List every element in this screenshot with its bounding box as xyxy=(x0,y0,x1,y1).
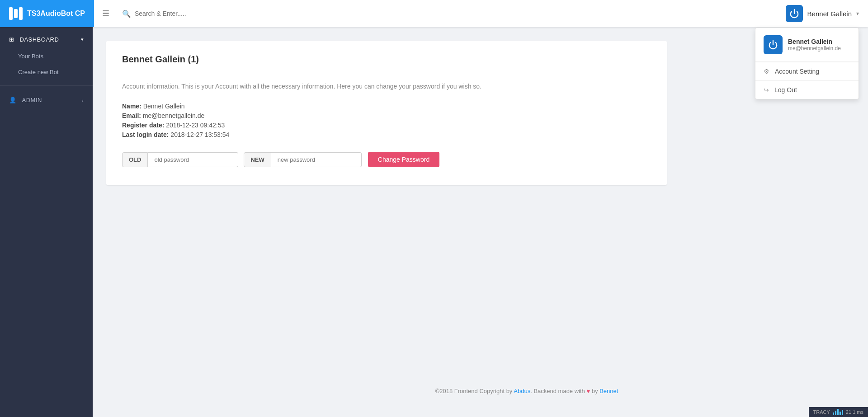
tracy-bar: TRACY 21.1 ms xyxy=(809,407,868,417)
name-value: Bennet Gallein xyxy=(143,103,185,110)
register-date-value: 2018-12-23 09:42:53 xyxy=(166,122,225,129)
navbar-left: TS3AudioBot CP ☰ 🔍 xyxy=(9,0,234,27)
card-description: Account information. This is your Accoun… xyxy=(122,81,651,91)
dropdown-user-text: Bennet Gallein me@bennetgallein.de xyxy=(788,38,841,52)
search-input[interactable] xyxy=(135,10,234,17)
page-title: Bennet Gallein (1) xyxy=(122,54,651,73)
gear-icon: ⚙ xyxy=(764,68,769,75)
navbar-username: Bennet Gallein xyxy=(807,10,852,18)
navbar: TS3AudioBot CP ☰ 🔍 Bennet Gallein ▾ xyxy=(0,0,868,27)
logout-label: Log Out xyxy=(774,86,797,94)
footer-text-before: ©2018 Frontend Copyright by xyxy=(435,388,514,394)
dropdown-avatar xyxy=(764,35,783,54)
sidebar-dashboard-section: ⊞ DASHBOARD ▾ Your Bots Create new Bot xyxy=(0,27,93,84)
your-bots-label: Your Bots xyxy=(18,53,43,60)
logout-item[interactable]: ↪ Log Out xyxy=(755,80,859,99)
footer-bennet-link[interactable]: Bennet xyxy=(599,388,618,394)
brand-icon xyxy=(9,7,23,20)
tracy-time: 21.1 ms xyxy=(846,409,863,415)
footer-abdus-link[interactable]: Abdus xyxy=(514,388,530,394)
dropdown-username: Bennet Gallein xyxy=(788,38,841,45)
register-date-label: Register date: xyxy=(122,122,164,129)
name-row: Name: Bennet Gallein xyxy=(122,103,651,110)
tracy-label: TRACY xyxy=(813,409,830,415)
user-menu-button[interactable]: Bennet Gallein ▾ xyxy=(786,5,859,22)
last-login-label: Last login date: xyxy=(122,131,169,138)
brand-logo: TS3AudioBot CP xyxy=(0,0,94,27)
old-password-input[interactable] xyxy=(148,152,238,167)
footer-text-after: by xyxy=(590,388,599,394)
dashboard-icon: ⊞ xyxy=(9,36,14,43)
main-content: Bennet Gallein (1) Account information. … xyxy=(93,27,868,417)
old-password-group: OLD xyxy=(122,152,238,167)
footer: ©2018 Frontend Copyright by Abdus. Backe… xyxy=(199,379,854,403)
account-card: Bennet Gallein (1) Account information. … xyxy=(106,41,667,185)
logout-icon: ↪ xyxy=(764,86,769,94)
sidebar-item-create-bot[interactable]: Create new Bot xyxy=(0,64,93,80)
sidebar-item-admin[interactable]: 👤 ADMIN › xyxy=(0,91,93,109)
sidebar-item-your-bots[interactable]: Your Bots xyxy=(0,48,93,64)
admin-label: ADMIN xyxy=(22,97,42,103)
new-password-input[interactable] xyxy=(271,152,362,167)
last-login-value: 2018-12-27 13:53:54 xyxy=(170,131,229,138)
hamburger-button[interactable]: ☰ xyxy=(99,5,113,22)
dashboard-label: DASHBOARD xyxy=(20,36,59,43)
email-value: me@bennetgallein.de xyxy=(143,112,204,119)
sidebar-divider xyxy=(0,85,93,86)
navbar-right: Bennet Gallein ▾ Bennet Gallein me@benne… xyxy=(786,5,859,22)
footer-text-middle: . Backend made with xyxy=(530,388,586,394)
new-password-group: NEW xyxy=(244,152,361,167)
search-icon: 🔍 xyxy=(122,9,131,18)
search-area: 🔍 xyxy=(122,9,234,18)
email-row: Email: me@bennetgallein.de xyxy=(122,112,651,119)
dropdown-user-info: Bennet Gallein me@bennetgallein.de xyxy=(755,28,859,62)
admin-icon: 👤 xyxy=(9,97,17,103)
create-bot-label: Create new Bot xyxy=(18,69,59,75)
dropdown-email: me@bennetgallein.de xyxy=(788,45,841,52)
sidebar: ⊞ DASHBOARD ▾ Your Bots Create new Bot 👤… xyxy=(0,27,93,417)
heart-icon: ♥ xyxy=(586,388,590,394)
account-setting-label: Account Setting xyxy=(775,68,819,75)
old-addon-label: OLD xyxy=(122,152,148,167)
new-addon-label: NEW xyxy=(244,152,271,167)
change-password-button[interactable]: Change Password xyxy=(368,152,439,167)
sidebar-admin-section: 👤 ADMIN › xyxy=(0,88,93,112)
brand-name: TS3AudioBot CP xyxy=(27,9,85,18)
chevron-down-icon: ▾ xyxy=(856,10,859,17)
last-login-row: Last login date: 2018-12-27 13:53:54 xyxy=(122,131,651,138)
admin-chevron-icon: › xyxy=(82,98,84,103)
email-label: Email: xyxy=(122,112,141,119)
register-date-row: Register date: 2018-12-23 09:42:53 xyxy=(122,122,651,129)
password-row: OLD NEW Change Password xyxy=(122,152,651,167)
account-info: Name: Bennet Gallein Email: me@bennetgal… xyxy=(122,103,651,138)
tracy-bars-icon xyxy=(833,409,843,415)
user-dropdown: Bennet Gallein me@bennetgallein.de ⚙ Acc… xyxy=(755,28,859,99)
dashboard-chevron-icon: ▾ xyxy=(81,37,84,42)
sidebar-item-dashboard[interactable]: ⊞ DASHBOARD ▾ xyxy=(0,31,93,48)
account-setting-item[interactable]: ⚙ Account Setting xyxy=(755,62,859,80)
user-avatar xyxy=(786,5,803,22)
name-label: Name: xyxy=(122,103,142,110)
